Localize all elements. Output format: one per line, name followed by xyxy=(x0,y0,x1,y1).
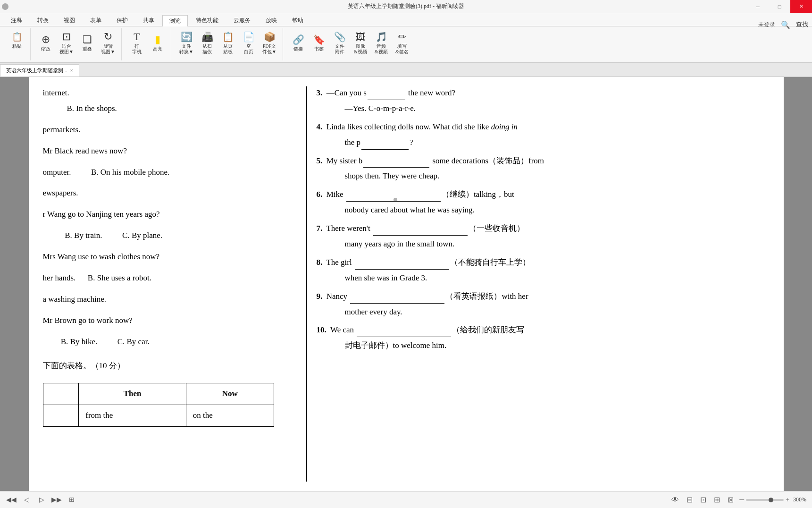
tab-annotation[interactable]: 注释 xyxy=(4,15,29,26)
line-computer: omputer. B. On his mobile phone. xyxy=(43,166,301,179)
q8-line1: 8. The girl （不能骑自行车上学） xyxy=(317,256,770,270)
blank-page-button[interactable]: 📄 空白页 xyxy=(239,29,258,56)
bookmark-icon: 🔖 xyxy=(312,33,326,46)
line-by-bike: B. By bike. C. By car. xyxy=(43,335,301,349)
nav-add-button[interactable]: ⊞ xyxy=(66,494,77,506)
attachment-icon: 📎 xyxy=(333,30,346,43)
highlight-icon: ▮ xyxy=(151,33,164,46)
view-single-icon[interactable]: ⊡ xyxy=(698,494,708,505)
doc-tab-active[interactable]: 英语六年级上学期随堂测... × xyxy=(0,64,79,76)
q8-blank xyxy=(355,269,449,270)
question-10: 10. We can （给我们的新朋友写 封电子邮件）to welcome hi… xyxy=(317,323,770,353)
nav-first-button[interactable]: ◀◀ xyxy=(6,494,17,506)
tab-convert[interactable]: 转换 xyxy=(30,15,56,26)
rotate-button[interactable]: ↻ 旋转视图▼ xyxy=(99,29,117,56)
view-double-icon[interactable]: ⊞ xyxy=(712,494,722,505)
fit-view-button[interactable]: ⊡ 适合视图▼ xyxy=(57,29,76,56)
overlap-label: 重叠 xyxy=(83,46,92,52)
maximize-button[interactable]: □ xyxy=(769,0,790,13)
view-layout-icon[interactable]: ⊟ xyxy=(685,494,695,505)
window-title: 英语六年级上学期随堂测验(3).pdf - 福昕阅读器 xyxy=(348,2,464,10)
q4-blank xyxy=(361,149,409,150)
view-eye-icon[interactable]: 👁 xyxy=(670,495,681,505)
close-button[interactable]: ✕ xyxy=(790,0,812,13)
nav-next-button[interactable]: ▷ xyxy=(36,494,47,506)
minimize-button[interactable]: ─ xyxy=(747,0,769,13)
zoom-plus-icon[interactable]: + xyxy=(786,496,789,504)
tab-help[interactable]: 帮助 xyxy=(285,15,310,26)
pdf-left-column: internet. B. In the shops. permarkets. M… xyxy=(43,86,307,482)
from-clipboard-button[interactable]: 📋 从页贴板 xyxy=(218,29,237,56)
main-area: internet. B. In the shops. permarkets. M… xyxy=(0,77,812,491)
tab-protect[interactable]: 保护 xyxy=(109,15,135,26)
zoom-button[interactable]: ⊕ 缩放 xyxy=(36,32,55,53)
title-bar: 英语六年级上学期随堂测验(3).pdf - 福昕阅读器 ─ □ ✕ xyxy=(0,0,812,13)
tab-form[interactable]: 表单 xyxy=(83,15,109,26)
login-button[interactable]: 未登录 xyxy=(758,21,775,29)
attachment-button[interactable]: 📎 文件附件 xyxy=(330,29,349,56)
fit-view-label: 适合视图▼ xyxy=(59,43,74,55)
tab-browse[interactable]: 浏览 xyxy=(162,15,188,26)
from-clipboard-label: 从页贴板 xyxy=(223,43,233,55)
zoom-minus-icon[interactable]: ─ xyxy=(739,496,744,504)
fill-sign-button[interactable]: ✏ 填写&签名 xyxy=(393,29,411,56)
q4-italic: doing in xyxy=(491,122,518,131)
paste-button[interactable]: 📋 粘贴 xyxy=(8,29,26,50)
search-icon[interactable]: 🔍 xyxy=(781,20,790,29)
link-button[interactable]: 🔗 链接 xyxy=(289,32,308,53)
q7-blank xyxy=(373,235,468,236)
pdf-area: internet. B. In the shops. permarkets. M… xyxy=(0,77,812,491)
q6-blank xyxy=(346,201,441,202)
zoom-control: ─ + 300% xyxy=(739,496,806,504)
tab-share[interactable]: 共享 xyxy=(136,15,161,26)
question-7: 7. There weren't （一些收音机） many years ago … xyxy=(317,222,770,251)
ribbon-group-paste: 📋 粘贴 xyxy=(4,28,31,60)
bottombar-right: 👁 ⊟ ⊡ ⊞ ⊠ ─ + 300% xyxy=(670,494,806,505)
document-tab-bar: 英语六年级上学期随堂测... × ⊞ ⊟ 未登录 PI xyxy=(0,63,812,77)
window-controls[interactable]: ─ □ ✕ xyxy=(747,0,812,13)
q3-blank xyxy=(368,100,405,100)
q9-line1: 9. Nancy （看英语报纸）with her xyxy=(317,290,770,304)
q6-line2: nobody cared about what he was saying. xyxy=(345,203,770,217)
q3-num: 3. xyxy=(317,88,323,97)
ribbon: 注释 转换 视图 表单 保护 共享 浏览 特色功能 云服务 放映 帮助 未登录 … xyxy=(0,13,812,63)
bookmark-label: 书签 xyxy=(314,46,324,52)
zoom-row: ⊕ 缩放 ⊡ 适合视图▼ ❏ 重叠 ↻ 旋转视图▼ xyxy=(36,29,117,56)
typewriter-label: 打字机 xyxy=(132,43,142,55)
rotate-label: 旋转视图▼ xyxy=(101,43,115,55)
doc-tab-close[interactable]: × xyxy=(70,67,73,74)
typewriter-button[interactable]: T 打字机 xyxy=(127,29,146,56)
find-label[interactable]: 查找 xyxy=(796,20,808,29)
nav-prev-button[interactable]: ◁ xyxy=(21,494,32,506)
paste-label: 粘贴 xyxy=(12,43,22,49)
zoom-label: 缩放 xyxy=(41,46,50,52)
q4-num: 4. xyxy=(317,122,323,131)
tab-features[interactable]: 特色功能 xyxy=(189,15,226,26)
bookmark-button[interactable]: 🔖 书签 xyxy=(310,32,328,53)
doc-tab-label: 英语六年级上学期随堂测... xyxy=(6,67,67,74)
pdf-package-button[interactable]: 📦 PDF文件包▼ xyxy=(260,29,279,56)
audio-video-button[interactable]: 🎵 音频&视频 xyxy=(372,29,391,56)
question-9: 9. Nancy （看英语报纸）with her mother every da… xyxy=(317,290,770,319)
view-scroll-icon[interactable]: ⊠ xyxy=(726,494,736,505)
overlap-button[interactable]: ❏ 重叠 xyxy=(78,32,97,53)
highlight-button[interactable]: ▮ 高亮 xyxy=(148,32,167,53)
tab-present[interactable]: 放映 xyxy=(259,15,284,26)
tab-view[interactable]: 视图 xyxy=(57,15,82,26)
scan-label: 从扫描仪 xyxy=(202,43,212,55)
ribbon-group-type: T 打字机 ▮ 高亮 xyxy=(124,28,171,60)
audio-video-icon: 🎵 xyxy=(375,30,388,43)
tab-cloud[interactable]: 云服务 xyxy=(226,15,258,26)
scan-button[interactable]: 📠 从扫描仪 xyxy=(198,29,217,56)
q10-line2: 封电子邮件）to welcome him. xyxy=(345,339,770,353)
table-header-then: Then xyxy=(79,383,186,405)
q6-num: 6. xyxy=(317,190,323,199)
table-cell-from-the: from the xyxy=(79,405,186,427)
image-video-button[interactable]: 🖼 图像&视频 xyxy=(351,29,370,56)
nav-last-button[interactable]: ▶▶ xyxy=(51,494,62,506)
line-washing-machine: a washing machine. xyxy=(43,293,301,306)
zoom-slider[interactable] xyxy=(746,499,784,501)
file-convert-button[interactable]: 🔄 文件转换▼ xyxy=(177,29,196,56)
zoom-level-label: 300% xyxy=(793,496,806,503)
q7-line2: many years ago in the small town. xyxy=(345,237,770,251)
